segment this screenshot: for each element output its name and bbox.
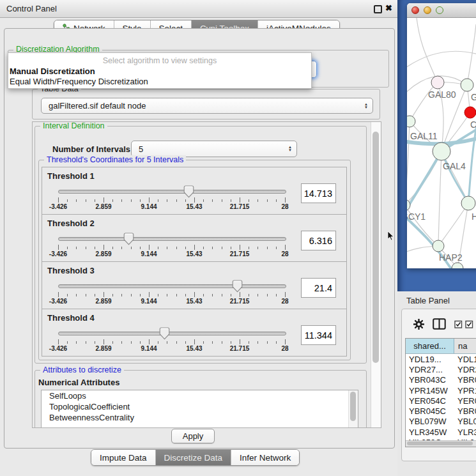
slider-handle[interactable]: [123, 233, 134, 245]
attribute-item[interactable]: SelfLoops: [42, 390, 358, 401]
checkbox-select-icon[interactable]: [454, 320, 463, 328]
numerical-attributes-list: SelfLoopsTopologicalCoefficientBetweenne…: [41, 390, 358, 428]
table-panel: shared... na YDL19...YDL1YDR27...YDR2YBR…: [401, 309, 476, 461]
apply-label: Apply: [183, 431, 204, 441]
threshold-row: Threshold 2 -3.4262.8599.14415.4321.7152…: [42, 214, 347, 262]
attribute-items: SelfLoopsTopologicalCoefficientBetweenne…: [42, 390, 358, 423]
network-canvas[interactable]: GAL80GACGAL11GAL4GCY1HHAP2: [407, 18, 476, 268]
table-data-group: Table Data galFiltered.sif default node …: [32, 89, 380, 119]
cell-name: YDL1: [454, 355, 476, 364]
zoom-traffic-light-icon[interactable]: [436, 6, 443, 14]
cell-shared-name: YER054C: [406, 396, 454, 406]
slider-track[interactable]: [58, 332, 286, 335]
slider-track[interactable]: [58, 237, 286, 241]
threshold-slider[interactable]: -3.4262.8599.14415.4321.71528: [58, 234, 285, 259]
threshold-value-field[interactable]: [301, 231, 336, 250]
threshold-value-field[interactable]: [301, 183, 336, 203]
threshold-row: Threshold 1 -3.4262.8599.14415.4321.7152…: [42, 167, 347, 215]
slider-handle[interactable]: [183, 185, 194, 198]
node-label: HAP2: [439, 252, 463, 263]
node-label: GAL11: [410, 131, 438, 141]
cell-shared-name: YBL079W: [406, 417, 454, 426]
table-row[interactable]: YPR145WYPR1: [406, 385, 476, 395]
table-row[interactable]: YDR27...YDR2: [406, 364, 476, 374]
slider-handle[interactable]: [232, 280, 243, 293]
table-row[interactable]: YBR045CYBR0: [406, 406, 476, 416]
cell-name: YLR3: [454, 427, 476, 437]
algorithm-dropdown: Select algorithm to view settings Manual…: [8, 52, 312, 89]
threshold-value-field[interactable]: [301, 278, 336, 298]
slider-ticks: [58, 292, 285, 297]
slider-ticks: [58, 197, 285, 203]
apply-button[interactable]: Apply: [171, 429, 215, 443]
cell-shared-name: YBR043C: [406, 375, 454, 385]
slider-ticks: [58, 245, 285, 250]
column-header-name[interactable]: na: [454, 339, 476, 353]
list-scrollbar-thumb[interactable]: [350, 392, 356, 421]
slider-track[interactable]: [58, 284, 286, 288]
cell-shared-name: YPR145W: [406, 386, 454, 395]
threshold-row: Threshold 3 -3.4262.8599.14415.4321.7152…: [42, 261, 347, 309]
table-hscrollbar-thumb[interactable]: [407, 441, 473, 445]
tab-infer-network[interactable]: Infer Network: [231, 450, 299, 465]
tab-impute-data[interactable]: Impute Data: [91, 450, 155, 465]
combo-value: galFiltered.sif default node: [49, 101, 146, 111]
network-node[interactable]: [464, 107, 476, 118]
list-scrollbar[interactable]: [348, 390, 358, 428]
node-label: H: [472, 211, 476, 222]
slider-ticks: [58, 339, 285, 344]
cell-name: YBL0: [454, 417, 476, 426]
threshold-label: Threshold 3: [47, 266, 95, 275]
dropdown-item-equal-width[interactable]: Equal Width/Frequency Discretization: [10, 77, 148, 86]
cell-shared-name: YDL19...: [406, 355, 454, 364]
threshold-slider[interactable]: -3.4262.8599.14415.4321.71528: [58, 281, 285, 307]
threshold-slider[interactable]: -3.4262.8599.14415.4321.71528: [58, 187, 285, 212]
cell-name: YBR0: [454, 375, 476, 385]
network-node[interactable]: [407, 116, 415, 127]
cell-shared-name: YDR27...: [406, 365, 454, 374]
network-node[interactable]: [433, 240, 444, 252]
close-icon[interactable]: ✖: [385, 3, 392, 13]
minimize-traffic-light-icon[interactable]: [424, 6, 431, 14]
node-label: GAL4: [443, 161, 466, 171]
table-row[interactable]: YDL19...YDL1: [406, 354, 476, 364]
cell-shared-name: YLR345W: [406, 427, 454, 437]
network-node[interactable]: [433, 142, 450, 160]
combo-value: 5: [139, 144, 143, 154]
threshold-value-field[interactable]: [301, 325, 336, 345]
network-node[interactable]: [461, 79, 473, 91]
table-hscrollbar[interactable]: [406, 440, 476, 447]
network-node[interactable]: [407, 199, 410, 211]
node-label: GAL80: [428, 89, 456, 100]
tab-discretize-data[interactable]: Discretize Data: [155, 450, 231, 465]
network-node[interactable]: [461, 196, 475, 210]
column-header-shared-name[interactable]: shared...: [406, 339, 454, 353]
attribute-item[interactable]: BetweennessCentrality: [42, 412, 358, 423]
dropdown-placeholder: Select algorithm to view settings: [8, 56, 311, 65]
network-nodes: GAL80GACGAL11GAL4GCY1HHAP2: [407, 76, 476, 268]
threshold-slider[interactable]: -3.4262.8599.14415.4321.71528: [58, 328, 285, 354]
group-title: Interval Definition: [40, 121, 107, 130]
settings-scrollpane: Interval Definition Number of Intervals …: [32, 121, 381, 428]
node-table: shared... na YDL19...YDL1YDR27...YDR2YBR…: [405, 338, 476, 447]
settings-scrollbar-thumb[interactable]: [372, 132, 379, 363]
table-data-combo[interactable]: galFiltered.sif default node ▲▼: [41, 98, 373, 114]
number-of-intervals-label: Number of Intervals: [52, 144, 130, 154]
float-window-icon[interactable]: [374, 5, 382, 13]
dropdown-item-manual[interactable]: Manual Discretization: [10, 66, 95, 76]
slider-handle[interactable]: [159, 327, 170, 340]
close-traffic-light-icon[interactable]: [411, 6, 419, 14]
table-row[interactable]: YER054CYER0: [406, 395, 476, 406]
gear-icon[interactable]: [413, 319, 424, 330]
tab-label: Discretize Data: [164, 453, 223, 463]
table-row[interactable]: YLR345WYLR3: [406, 427, 476, 437]
attribute-item[interactable]: TopologicalCoefficient: [42, 401, 358, 412]
cell-name: YBR0: [454, 406, 476, 416]
split-columns-icon[interactable]: [433, 318, 446, 330]
table-row[interactable]: YBR043CYBR0: [406, 375, 476, 385]
slider-track[interactable]: [58, 190, 286, 194]
checkbox-select-all-icon[interactable]: [465, 320, 473, 328]
table-row[interactable]: YBL079WYBL0: [406, 417, 476, 427]
settings-scrollbar[interactable]: [371, 122, 381, 427]
network-node[interactable]: [431, 76, 444, 89]
